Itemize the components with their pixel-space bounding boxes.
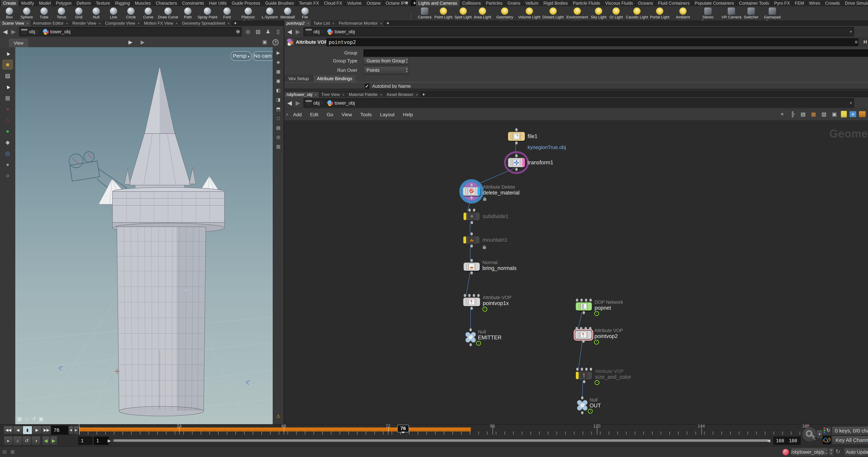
layout-icon[interactable]: ▣ (39, 416, 43, 422)
shelf-tool-switcher[interactable]: Switcher (743, 7, 760, 19)
snap-grid-icon[interactable]: ▦ (274, 68, 282, 75)
boxes-icon[interactable]: ▣ (831, 110, 838, 118)
node-name-label[interactable]: EMITTER (478, 334, 501, 340)
forward-icon[interactable]: ▶ (294, 27, 302, 36)
wire-toggle-icon[interactable]: ⬒ (274, 105, 282, 113)
tab-geometry-spreadsheet[interactable]: Geometry Spreadsheet× (180, 20, 232, 26)
menu-add[interactable]: Add (289, 109, 306, 120)
node-pointvop1x[interactable]: Attribute VOPpointvop1x (463, 294, 512, 311)
output-connector[interactable] (583, 380, 585, 383)
output-connector[interactable] (470, 271, 473, 274)
tab-animation-editor[interactable]: Animation Editor× (31, 20, 70, 26)
shelf-tool-font[interactable]: Font (218, 7, 236, 19)
audio-icon[interactable]: ♪ (13, 436, 22, 445)
input-connector[interactable] (589, 327, 591, 330)
back-icon[interactable]: ◀ (1, 27, 9, 36)
cube-icon[interactable]: ▧ (254, 28, 262, 35)
shelf-tool-vr-camera[interactable]: VR Camera (720, 7, 743, 19)
viewport-3d[interactable]: Persp▾ No cam▾ ▦ ◇ ↺ ▣ (15, 47, 273, 424)
spinner-icon[interactable]: ▴▾ (406, 67, 407, 73)
next-key-button[interactable]: ▶ (50, 436, 57, 445)
magnet-tool-icon[interactable]: ◆ (2, 137, 13, 147)
shelf-tab-rigging[interactable]: Rigging (113, 0, 132, 6)
select-tool-icon[interactable]: ▲ (1, 46, 14, 60)
shelf-tab-fem[interactable]: FEM (793, 0, 807, 6)
template-toggle-icon[interactable]: ◎ (274, 133, 282, 141)
ghost-toggle-icon[interactable]: ▥ (274, 142, 282, 150)
expand-arrow-icon[interactable]: ▶ (274, 49, 282, 57)
houdini-h-icon[interactable]: H (862, 38, 868, 45)
output-connector[interactable] (515, 168, 518, 171)
shade-toggle-icon[interactable]: ◨ (274, 96, 282, 103)
select-cursor-icon[interactable]: ▶ (128, 39, 132, 45)
global-start-field[interactable]: 1 (78, 436, 93, 445)
input-connector[interactable] (580, 327, 582, 330)
bypass-flag[interactable] (464, 213, 466, 220)
breadcrumb-node[interactable]: tower_obj (335, 29, 355, 35)
parameter-path-breadcrumb[interactable]: obj 〉 tower_obj ▼ (304, 27, 854, 36)
breadcrumb-node[interactable]: tower_obj (50, 29, 70, 35)
node-name-label[interactable]: pointvop1x (483, 300, 509, 306)
close-icon[interactable]: × (176, 21, 178, 25)
output-connector[interactable] (581, 411, 584, 414)
shelf-tab-container-tools[interactable]: Container Tools (737, 0, 772, 6)
shelf-tool-null[interactable]: Null (88, 7, 105, 19)
node-name-label[interactable]: popnet (595, 305, 611, 311)
shelf-tab-muscles[interactable]: Muscles (132, 0, 153, 6)
palette-icon[interactable]: ▦ (810, 110, 817, 118)
input-connector[interactable] (470, 259, 473, 262)
image-icon[interactable]: + (849, 111, 856, 117)
spinner-icon[interactable]: ▴▾ (406, 58, 407, 64)
grid-tool-icon[interactable]: ▦ (2, 93, 13, 103)
shelf-tab-vellum[interactable]: Vellum (523, 0, 541, 6)
shelf-tab-viscous-fluids[interactable]: Viscous Fluids (603, 0, 636, 6)
menu-tools[interactable]: Tools (356, 109, 376, 120)
pin-icon[interactable]: ⊕ (234, 28, 242, 35)
shelf-tool-l-system[interactable]: L-System (261, 7, 279, 19)
run-over-select[interactable]: Points▴▾ (364, 66, 409, 74)
message-log-icon[interactable]: ▤ (2, 449, 7, 454)
shelf-tab-populate-containers[interactable]: Populate Containers (692, 0, 737, 6)
timeline-ruler[interactable]: 124487296120144168 76 (0, 425, 868, 435)
tab-material-palette[interactable]: Material Palette× (347, 92, 384, 97)
node-name-label[interactable]: subdivide1 (483, 213, 508, 219)
node-name-field[interactable]: pointvop2 (327, 38, 858, 46)
node-name-label[interactable]: pointvop2 (594, 333, 618, 339)
help-icon[interactable]: ? (273, 39, 278, 45)
input-connector[interactable] (580, 299, 583, 302)
input-connector[interactable] (473, 208, 475, 212)
secure-select-icon[interactable]: ▶ (141, 39, 145, 45)
shelf-tool-file[interactable]: File (296, 7, 314, 19)
shelf-tool-spot-light[interactable]: Spot Light (454, 7, 473, 19)
shelf-tab-drive-simulation[interactable]: Drive Simulation (842, 0, 868, 6)
node-transform1[interactable]: transform1 (505, 152, 553, 173)
autobind-checkbox[interactable]: ✓ (364, 84, 370, 89)
input-connector[interactable] (477, 294, 479, 297)
output-connector[interactable] (470, 307, 473, 310)
shelf-tool-spray-paint[interactable]: Spray Paint (196, 7, 218, 19)
shelf-tool-line[interactable]: Line (105, 7, 122, 19)
range-right-grip[interactable]: ◀ (767, 438, 770, 443)
tab-take-list[interactable]: Take List× (311, 20, 337, 26)
panel-icon[interactable]: ▣ (262, 39, 267, 45)
playbar-options-icon[interactable]: ▸ (4, 436, 13, 445)
input-connector[interactable] (585, 368, 588, 371)
node-size_and_color[interactable]: Attribute VOPsize_and_color (576, 368, 631, 385)
playhead[interactable]: 76 (397, 425, 409, 432)
realtime-icon[interactable]: ◑ (31, 436, 40, 445)
output-connector[interactable] (582, 340, 585, 343)
shelf-tab-terrain-fx[interactable]: Terrain FX (297, 0, 321, 6)
close-icon[interactable]: × (66, 21, 68, 25)
tab-render-view[interactable]: Render View× (70, 20, 103, 26)
output-connector[interactable] (469, 343, 472, 346)
range-slider-bar[interactable] (114, 439, 769, 442)
box-select-tool-icon[interactable]: ■ (2, 60, 13, 69)
tab-performance-monitor[interactable]: Performance Monitor× (337, 20, 384, 26)
point-tool-icon[interactable]: ● (2, 104, 13, 114)
tower-geometry[interactable] (99, 66, 225, 416)
shelf-tool-gi-light[interactable]: GI Light (608, 7, 625, 19)
bypass-flag[interactable] (463, 236, 466, 243)
shelf-tab-particle-fluids[interactable]: Particle Fluids (570, 0, 603, 6)
shelf-tab-modify[interactable]: Modify (19, 0, 37, 6)
shelf-tab-fluid-containers[interactable]: Fluid Containers (656, 0, 692, 6)
